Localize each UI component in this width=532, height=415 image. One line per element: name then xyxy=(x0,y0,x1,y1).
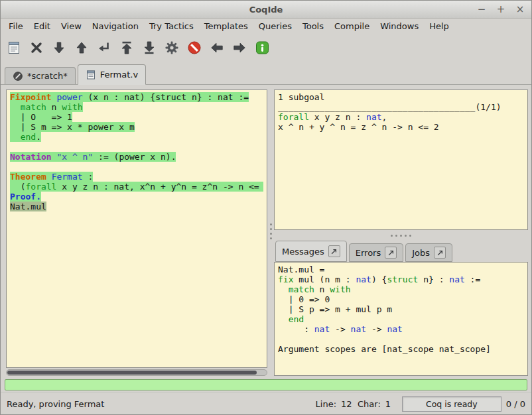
code-line: end. xyxy=(10,132,263,142)
code-line: | 0 => 0 xyxy=(278,294,524,304)
code-token xyxy=(46,172,52,182)
tab-messages[interactable]: Messages xyxy=(275,241,347,262)
maximize-button[interactable]: + xyxy=(496,5,505,14)
statusbar: Ready, proving Fermat Line: 12 Char: 1 C… xyxy=(1,392,531,415)
line-content: 1 subgoal xyxy=(278,92,324,102)
close-buffer-button[interactable] xyxy=(27,38,46,58)
jobs-counter: 0 / 0 xyxy=(506,399,525,409)
coq-status-box: Coq is ready xyxy=(402,396,501,412)
goto-cursor-icon xyxy=(96,40,112,56)
line-content: : nat -> nat -> nat xyxy=(278,324,403,334)
menu-item-help[interactable]: Help xyxy=(424,20,454,32)
char-label: Char: xyxy=(358,399,381,409)
code-token: Notation xyxy=(10,152,52,162)
menu-item-try-tactics[interactable]: Try Tactics xyxy=(144,20,199,32)
detach-jobs-button[interactable] xyxy=(434,247,446,259)
statusbar-right: Line: 12 Char: 1 Coq is ready 0 / 0 xyxy=(316,396,525,412)
code-token: := xyxy=(465,274,480,284)
code-token: Theorem xyxy=(10,172,46,182)
next-occurrence-button[interactable] xyxy=(230,38,249,58)
code-token xyxy=(10,102,21,112)
backward-one-command-button[interactable] xyxy=(72,38,91,58)
file-buffer-icon xyxy=(86,70,96,80)
code-token: -> xyxy=(366,324,387,334)
code-token: match xyxy=(289,284,314,294)
code-token: fix xyxy=(278,274,293,284)
code-token: x ^ n + y ^ n = z ^ n -> n <= 2 xyxy=(278,122,439,132)
close-button[interactable]: × xyxy=(515,5,525,14)
script-editor[interactable]: Fixpoint power (x n : nat) {struct n} : … xyxy=(6,89,267,368)
detach-messages-button[interactable] xyxy=(328,245,340,257)
code-token: nat xyxy=(314,324,330,334)
code-line: match n with xyxy=(10,102,263,112)
vertical-splitter[interactable] xyxy=(267,85,274,377)
splitter-grip xyxy=(270,223,272,225)
splitter-grip xyxy=(391,235,393,237)
menu-item-edit[interactable]: Edit xyxy=(29,20,56,32)
editor-hscrollbar[interactable] xyxy=(6,369,267,376)
code-line: end xyxy=(278,314,524,324)
line-label: Line: xyxy=(316,399,336,409)
code-line: | S m => x * power x m xyxy=(10,122,263,132)
code-token: . xyxy=(36,132,41,142)
code-line xyxy=(278,334,524,344)
goal-code: 1 subgoal_______________________________… xyxy=(278,92,524,132)
tab-scratch[interactable]: *scratch* xyxy=(5,67,76,84)
forward-one-command-button[interactable] xyxy=(50,38,68,58)
restart-button[interactable] xyxy=(117,38,136,58)
minimize-button[interactable]: − xyxy=(477,5,486,14)
messages-code: Nat.mul =fix mul (n m : nat) {struct n} … xyxy=(278,265,524,354)
tab-errors[interactable]: Errors xyxy=(349,243,403,262)
menu-item-compile[interactable]: Compile xyxy=(329,20,375,32)
about-button[interactable] xyxy=(253,38,271,58)
code-token: | 0 => 0 xyxy=(278,294,330,304)
window-controls: − + × xyxy=(477,1,525,18)
menu-item-navigation[interactable]: Navigation xyxy=(87,20,144,32)
code-token: match xyxy=(21,102,46,112)
interrupt-button[interactable] xyxy=(185,38,204,58)
run-to-end-button[interactable] xyxy=(140,38,159,58)
code-token: Argument scopes are [nat_scope nat_scope… xyxy=(278,344,491,354)
code-token: Nat.mul = xyxy=(278,265,324,274)
code-line: forall x y z n : nat, xyxy=(278,112,524,122)
arrow-down-icon xyxy=(51,40,67,56)
code-line: Argument scopes are [nat_scope nat_scope… xyxy=(278,344,524,354)
previous-occurrence-button[interactable] xyxy=(208,38,226,58)
detach-errors-button[interactable] xyxy=(385,247,397,259)
splitter-grip xyxy=(405,235,407,237)
code-token: Fixpoint xyxy=(10,92,52,102)
menu-item-templates[interactable]: Templates xyxy=(199,20,253,32)
line-content: fix mul (n m : nat) {struct n} : nat := xyxy=(278,274,480,284)
menu-item-tools[interactable]: Tools xyxy=(297,20,329,32)
scrollbar-thumb[interactable] xyxy=(7,371,257,375)
code-token xyxy=(278,284,289,294)
fully-check-document-button[interactable] xyxy=(163,38,181,58)
code-line: : nat -> nat -> nat xyxy=(278,324,524,334)
code-line: Notation "x ^ n" := (power x n). xyxy=(10,152,263,162)
horizontal-splitter[interactable] xyxy=(274,230,528,241)
line-value: 12 xyxy=(341,399,353,409)
code-line: Nat.mul xyxy=(10,202,263,211)
code-line: Nat.mul = xyxy=(278,265,524,274)
line-content: x ^ n + y ^ n = z ^ n -> n <= 2 xyxy=(278,122,439,132)
menu-item-windows[interactable]: Windows xyxy=(375,20,424,32)
menu-item-file[interactable]: File xyxy=(3,20,29,32)
code-token: with xyxy=(330,284,350,294)
code-line: 1 subgoal xyxy=(278,92,524,102)
tab-jobs[interactable]: Jobs xyxy=(405,243,452,262)
go-to-cursor-button[interactable] xyxy=(95,38,113,58)
line-content: | S m => x * power x m xyxy=(10,122,135,132)
menu-item-queries[interactable]: Queries xyxy=(253,20,297,32)
menu-item-view[interactable]: View xyxy=(56,20,87,32)
arrow-to-top-icon xyxy=(119,40,135,56)
messages-pane[interactable]: Nat.mul =fix mul (n m : nat) {struct n} … xyxy=(274,262,528,376)
titlebar[interactable]: CoqIde − + × xyxy=(1,1,531,19)
code-line: Fixpoint power (x n : nat) {struct n} : … xyxy=(10,92,263,102)
tab-fermat[interactable]: Fermat.v xyxy=(78,64,146,85)
code-token: ______________________________________(1… xyxy=(278,102,501,112)
code-token: Fermat xyxy=(52,172,83,182)
save-buffer-button[interactable] xyxy=(5,38,23,58)
goal-pane[interactable]: 1 subgoal_______________________________… xyxy=(274,89,528,230)
code-token: ( xyxy=(10,182,25,192)
no-entry-icon xyxy=(186,40,202,56)
